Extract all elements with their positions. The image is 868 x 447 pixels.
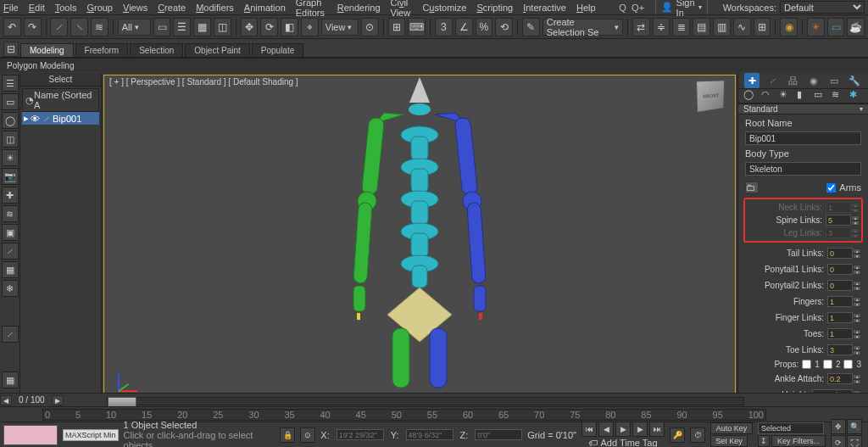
menu-edit[interactable]: Edit xyxy=(29,3,45,13)
key-filters-button[interactable]: Key Filters... xyxy=(771,435,826,447)
tab-populate[interactable]: Populate xyxy=(252,43,303,57)
fingerlinks-input[interactable] xyxy=(827,312,853,323)
link-button[interactable]: ⟋ xyxy=(50,18,68,36)
prop2-checkbox[interactable] xyxy=(823,360,832,369)
se-light-icon[interactable]: ☀ xyxy=(2,149,19,166)
menu-create[interactable]: Create xyxy=(158,3,186,13)
tab-objectpaint[interactable]: Object Paint xyxy=(185,43,249,57)
se-display-icon[interactable]: ☰ xyxy=(2,75,19,92)
goto-start-icon[interactable]: ⏮ xyxy=(581,422,597,437)
timeslider-prev-icon[interactable]: ◂ xyxy=(0,395,12,405)
coord-y[interactable] xyxy=(406,429,453,440)
timetag-icon[interactable]: 🏷 xyxy=(588,438,598,447)
add-time-tag[interactable]: Add Time Tag xyxy=(600,438,657,447)
align-button[interactable]: ≑ xyxy=(653,18,670,36)
layers-button[interactable]: ≣ xyxy=(672,18,690,36)
ribbon-button[interactable]: ▥ xyxy=(713,18,731,36)
toes-input[interactable] xyxy=(827,328,853,339)
se-container-icon[interactable]: ▦ xyxy=(2,261,19,278)
lock-selection-icon[interactable]: 🔒 xyxy=(280,427,295,443)
menu-tools[interactable]: Tools xyxy=(55,3,77,13)
camera-icon[interactable]: ▮ xyxy=(797,89,810,103)
systems-icon[interactable]: ✱ xyxy=(849,89,863,103)
key-mode-icon[interactable]: 🔑 xyxy=(670,427,685,443)
time-slider-thumb[interactable] xyxy=(108,397,136,407)
se-group-icon[interactable]: ▣ xyxy=(2,224,19,241)
menu-file[interactable]: File xyxy=(3,3,19,13)
time-config-icon[interactable]: ⏱ xyxy=(690,427,705,443)
rootname-input[interactable] xyxy=(745,131,861,145)
viewport-label[interactable]: [ + ] [ Perspective ] [ Standard ] [ Def… xyxy=(109,77,298,87)
window-crossing-button[interactable]: ◫ xyxy=(214,18,231,36)
se-hidden-icon[interactable]: ⟋ xyxy=(2,326,19,343)
tab-freeform[interactable]: Freeform xyxy=(75,43,129,57)
se-camera-icon[interactable]: 📷 xyxy=(2,168,19,185)
ankle-input[interactable] xyxy=(827,373,853,384)
q-script-icon[interactable]: Q xyxy=(616,1,630,14)
scale-button[interactable]: ◧ xyxy=(281,18,298,36)
shape-icon[interactable]: ◠ xyxy=(761,89,775,103)
spine-input[interactable] xyxy=(826,215,851,226)
setkey-big-icon[interactable]: ↧ xyxy=(758,435,770,447)
mirror-button[interactable]: ⇄ xyxy=(632,18,650,36)
use-center-button[interactable]: ⊙ xyxy=(361,18,379,36)
neck-input[interactable] xyxy=(826,202,851,213)
maxscript-mini[interactable]: MAXScript Min xyxy=(63,429,119,441)
goto-end-icon[interactable]: ⏭ xyxy=(649,422,665,437)
tab-modeling[interactable]: Modeling xyxy=(20,43,74,57)
snap-toggle-button[interactable]: 3 xyxy=(435,18,453,36)
menu-rendering[interactable]: Rendering xyxy=(337,3,381,13)
toelinks-input[interactable] xyxy=(827,344,853,355)
viewcube[interactable]: FRONT xyxy=(696,80,725,112)
modify-tab-icon[interactable]: ⟋ xyxy=(765,73,780,88)
menu-grapheditors[interactable]: Graph Editors xyxy=(296,0,327,18)
arms-checkbox[interactable] xyxy=(826,183,836,193)
menu-views[interactable]: Views xyxy=(123,3,147,13)
play-icon[interactable]: ▶ xyxy=(615,422,631,437)
bodytype-select[interactable]: Skeleton xyxy=(745,162,861,176)
motion-tab-icon[interactable]: ◉ xyxy=(806,73,821,88)
setkey-button[interactable]: Set Key xyxy=(710,435,748,447)
select-name-button[interactable]: ☰ xyxy=(173,18,191,36)
ribbon-min-icon[interactable]: ⊟ xyxy=(3,42,19,57)
placement-button[interactable]: ⌖ xyxy=(301,18,319,36)
create-tab-icon[interactable]: ✚ xyxy=(744,73,760,88)
time-slider[interactable] xyxy=(107,397,744,405)
select-object-button[interactable]: ▭ xyxy=(153,18,171,36)
se-helper-icon[interactable]: ✚ xyxy=(2,187,19,204)
sign-in[interactable]: 👤 Sign In ▾ xyxy=(655,0,708,14)
prop1-checkbox[interactable] xyxy=(802,360,811,369)
menu-civilview[interactable]: Civil View xyxy=(391,0,413,18)
redo-button[interactable]: ↷ xyxy=(24,18,42,36)
isolate-icon[interactable]: ⊙ xyxy=(300,427,315,443)
scene-node-bip001[interactable]: ▸👁⟋Bip001 xyxy=(22,112,99,125)
geom-icon[interactable]: ◯ xyxy=(743,89,757,103)
menu-group[interactable]: Group xyxy=(86,3,113,13)
spinner-snap-button[interactable]: ⟲ xyxy=(495,18,513,36)
render-setup-button[interactable]: ☀ xyxy=(807,18,825,36)
menu-customize[interactable]: Customize xyxy=(422,3,466,13)
se-geom-icon[interactable]: ◯ xyxy=(2,112,19,129)
se-frozen-icon[interactable]: ❄ xyxy=(2,280,19,297)
material-editor-button[interactable]: ◉ xyxy=(780,18,798,36)
coord-x[interactable] xyxy=(337,429,384,440)
coord-z[interactable] xyxy=(475,429,522,440)
utilities-tab-icon[interactable]: 🔧 xyxy=(847,73,862,88)
leg-input[interactable] xyxy=(826,227,851,238)
selection-filter[interactable]: All xyxy=(118,19,151,36)
tab-selection[interactable]: Selection xyxy=(130,43,183,57)
unlink-button[interactable]: ⟍ xyxy=(70,18,88,36)
move-button[interactable]: ✥ xyxy=(241,18,259,36)
key-filter-dropdown[interactable]: Selected xyxy=(758,422,824,434)
timeslider-next-icon[interactable]: ▸ xyxy=(52,395,64,405)
select-region-button[interactable]: ▦ xyxy=(193,18,211,36)
curve-editor-button[interactable]: ∿ xyxy=(733,18,751,36)
editset-button[interactable]: ✎ xyxy=(522,18,540,36)
fingers-input[interactable] xyxy=(827,296,853,307)
nav-pan-icon[interactable]: ✥ xyxy=(831,419,846,434)
se-bone-icon[interactable]: ⟋ xyxy=(2,243,19,260)
nav-zoom-icon[interactable]: 🔍 xyxy=(847,419,862,434)
menu-modifiers[interactable]: Modifiers xyxy=(196,3,234,13)
keyboard-shortcut-button[interactable]: ⌨ xyxy=(408,18,426,36)
schematic-button[interactable]: ⊞ xyxy=(754,18,771,36)
